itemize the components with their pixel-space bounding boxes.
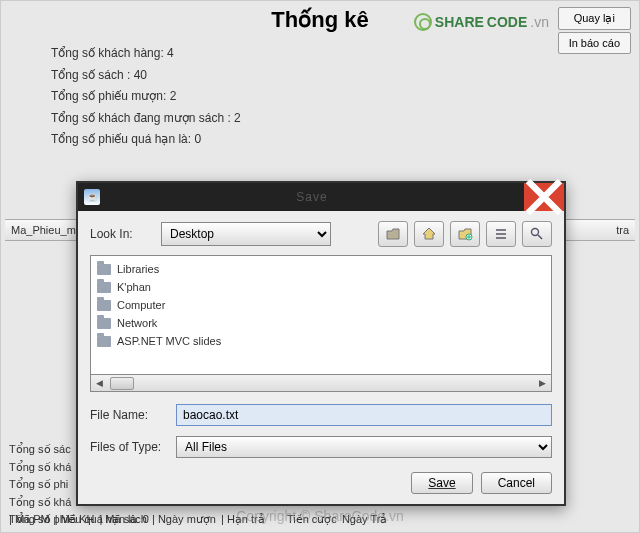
brand-code: CODE (487, 14, 527, 30)
back-button[interactable]: Quay lại (558, 7, 631, 30)
details-icon (529, 226, 545, 242)
brand-tld: .vn (530, 14, 549, 30)
stats-borrowing: Tổng số khách đang mượn sách : 2 (51, 108, 639, 130)
folder-icon (97, 282, 111, 293)
item-label: Libraries (117, 263, 159, 275)
up-folder-button[interactable] (378, 221, 408, 247)
filename-input[interactable] (176, 404, 552, 426)
list-item[interactable]: K'phan (97, 278, 545, 296)
bc-2: | Mã KH (55, 513, 95, 525)
svg-point-1 (532, 229, 539, 236)
folder-icon (97, 300, 111, 311)
bc-6: Tiền cược (287, 513, 337, 525)
save-button[interactable]: Save (411, 472, 472, 494)
scroll-thumb[interactable] (110, 377, 134, 390)
list-item[interactable]: Libraries (97, 260, 545, 278)
home-icon (421, 226, 437, 242)
java-icon: ☕ (84, 189, 100, 205)
stats-loans: Tổng số phiếu mượn: 2 (51, 86, 639, 108)
folder-icon (97, 336, 111, 347)
bc-5: | Hạn trả (221, 513, 265, 525)
save-dialog: ☕ Save Look In: Desktop (76, 181, 566, 506)
list-item[interactable]: ASP.NET MVC slides (97, 332, 545, 350)
filename-label: File Name: (90, 408, 170, 422)
list-icon (493, 226, 509, 242)
brand-watermark: SHARECODE.vn (414, 13, 549, 31)
stats-overdue: Tổng số phiếu quá hạn là: 0 (51, 129, 639, 151)
bc-4: | Ngày mượn (152, 513, 216, 525)
list-item[interactable]: Network (97, 314, 545, 332)
scroll-left-button[interactable]: ◀ (91, 375, 108, 391)
cancel-button[interactable]: Cancel (481, 472, 552, 494)
details-view-button[interactable] (522, 221, 552, 247)
filetype-select[interactable]: All Files (176, 436, 552, 458)
folder-icon (97, 264, 111, 275)
print-report-button[interactable]: In báo cáo (558, 32, 631, 54)
item-label: Network (117, 317, 157, 329)
filetype-label: Files of Type: (90, 440, 170, 454)
col-right: tra (616, 224, 629, 236)
col-left: Ma_Phieu_m (11, 224, 76, 236)
home-button[interactable] (414, 221, 444, 247)
file-list[interactable]: Libraries K'phan Computer Network ASP.NE… (90, 255, 552, 375)
lookin-select[interactable]: Desktop (161, 222, 331, 246)
brand-share: SHARE (435, 14, 484, 30)
folder-up-icon (385, 226, 401, 242)
list-view-button[interactable] (486, 221, 516, 247)
stats-block: Tổng số khách hàng: 4 Tổng số sách : 40 … (51, 43, 639, 151)
item-label: ASP.NET MVC slides (117, 335, 221, 347)
lookin-label: Look In: (90, 227, 155, 241)
bc-7: Ngày Trả (342, 513, 388, 525)
stats-books: Tổng số sách : 40 (51, 65, 639, 87)
dialog-title: Save (100, 190, 524, 204)
close-icon (524, 177, 564, 217)
close-button[interactable] (524, 183, 564, 211)
item-label: K'phan (117, 281, 151, 293)
horizontal-scrollbar[interactable]: ◀ ▶ (90, 375, 552, 392)
dialog-titlebar[interactable]: ☕ Save (78, 183, 564, 211)
stats-customers: Tổng số khách hàng: 4 (51, 43, 639, 65)
new-folder-button[interactable] (450, 221, 480, 247)
new-folder-icon (457, 226, 473, 242)
bottom-columns: | Mã PM | Mã KH | Mã sách | Ngày mượn | … (9, 513, 389, 526)
scroll-right-button[interactable]: ▶ (534, 375, 551, 391)
item-label: Computer (117, 299, 165, 311)
bc-1: | Mã PM (9, 513, 50, 525)
swirl-icon (414, 13, 432, 31)
folder-icon (97, 318, 111, 329)
list-item[interactable]: Computer (97, 296, 545, 314)
bc-3: | Mã sách (99, 513, 147, 525)
